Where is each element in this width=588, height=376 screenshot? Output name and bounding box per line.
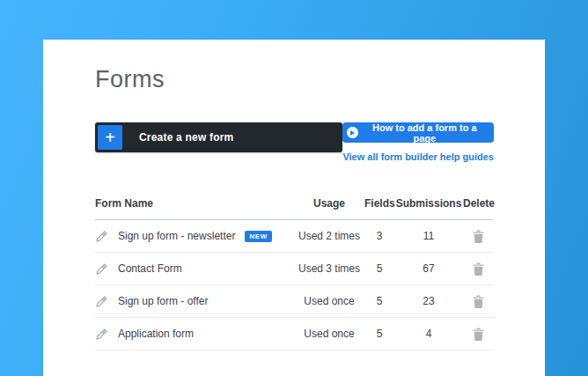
form-name[interactable]: Sign up form - newsletter	[118, 230, 235, 242]
create-new-form-button[interactable]: + Create a new form	[95, 122, 342, 152]
fields-count: 5	[364, 295, 394, 307]
form-name[interactable]: Sign up form - offer	[118, 295, 209, 307]
submissions-count: 67	[394, 262, 463, 275]
form-name[interactable]: Contact Form	[118, 262, 182, 275]
delete-form-button[interactable]	[463, 295, 493, 308]
how-to-add-form-label: How to add a form to a page	[364, 122, 485, 144]
delete-form-button[interactable]	[463, 262, 493, 276]
column-header-form-name: Form Name	[95, 197, 294, 210]
new-badge: NEW	[245, 231, 271, 242]
table-row: Sign up form - newsletter NEW Used 2 tim…	[95, 220, 493, 253]
column-header-delete: Delete	[463, 197, 493, 210]
fields-count: 3	[364, 230, 394, 242]
plus-icon: +	[98, 125, 122, 150]
delete-form-button[interactable]	[463, 328, 493, 341]
pencil-icon[interactable]	[95, 230, 108, 243]
pencil-icon[interactable]	[95, 328, 108, 341]
trash-icon	[473, 262, 484, 276]
table-header-row: Form Name Usage Fields Submissions Delet…	[95, 197, 493, 220]
table-row: Contact Form Used 3 times 5 67	[95, 253, 493, 285]
submissions-count: 4	[394, 328, 463, 340]
usage-value: Used 2 times	[294, 230, 364, 242]
fields-count: 5	[364, 262, 394, 275]
play-icon	[347, 127, 357, 138]
column-header-fields: Fields	[364, 197, 394, 210]
usage-value: Used once	[294, 328, 364, 340]
table-row: Sign up form - offer Used once 5 23	[95, 285, 493, 318]
view-help-guides-link[interactable]: View all form builder help guides	[342, 151, 494, 162]
actions-row: + Create a new form How to add a form to…	[95, 122, 494, 162]
page-title: Forms	[95, 66, 494, 93]
table-row: Application form Used once 5 4	[95, 318, 493, 350]
usage-value: Used 3 times	[294, 262, 364, 275]
trash-icon	[473, 328, 484, 341]
column-header-usage: Usage	[294, 197, 364, 210]
trash-icon	[473, 295, 484, 308]
usage-value: Used once	[294, 295, 364, 307]
submissions-count: 11	[394, 230, 463, 242]
pencil-icon[interactable]	[95, 295, 108, 308]
pencil-icon[interactable]	[95, 262, 108, 276]
column-header-submissions: Submissions	[394, 197, 463, 210]
delete-form-button[interactable]	[463, 230, 493, 243]
submissions-count: 23	[394, 295, 463, 307]
how-to-add-form-button[interactable]: How to add a form to a page	[342, 122, 494, 143]
help-column: How to add a form to a page View all for…	[342, 122, 494, 162]
form-name[interactable]: Application form	[118, 328, 194, 340]
create-new-form-label: Create a new form	[139, 131, 233, 144]
forms-panel: Forms + Create a new form How to add a f…	[43, 40, 545, 376]
trash-icon	[473, 230, 484, 243]
forms-table: Form Name Usage Fields Submissions Delet…	[95, 197, 493, 350]
fields-count: 5	[364, 328, 394, 340]
